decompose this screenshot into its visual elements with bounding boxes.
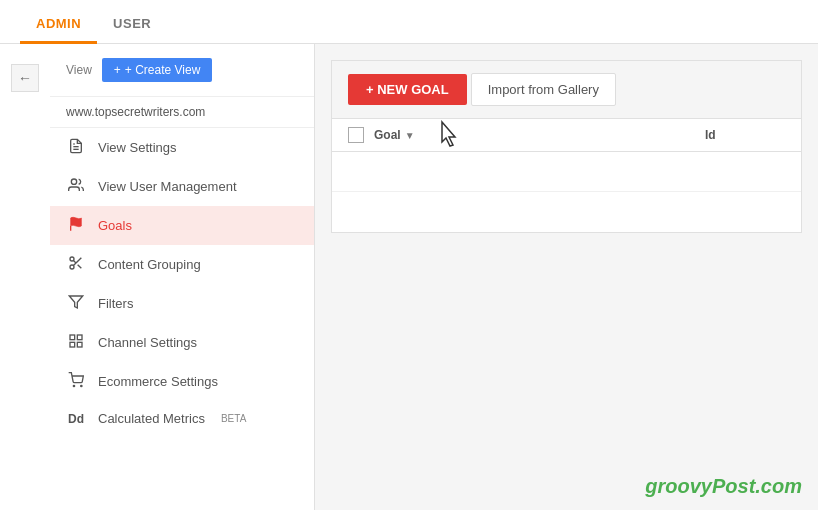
svg-marker-9 — [69, 296, 82, 308]
sidebar-item-filters[interactable]: Filters — [50, 284, 314, 323]
sidebar-item-label: Goals — [98, 218, 132, 233]
scissors-icon — [66, 255, 86, 274]
beta-badge: BETA — [221, 413, 246, 424]
create-view-label: + Create View — [125, 63, 201, 77]
filter-icon — [66, 294, 86, 313]
sidebar-item-view-settings[interactable]: View Settings — [50, 128, 314, 167]
svg-rect-10 — [70, 335, 75, 340]
sidebar-item-label: Filters — [98, 296, 133, 311]
cart-icon — [66, 372, 86, 391]
content-toolbar: + NEW GOAL Import from Gallery — [332, 61, 801, 119]
flag-icon — [66, 216, 86, 235]
sidebar-item-goals[interactable]: Goals — [50, 206, 314, 245]
sidebar-item-calculated-metrics[interactable]: Dd Calculated Metrics BETA — [50, 401, 314, 436]
dd-icon: Dd — [66, 412, 86, 426]
table-empty-row — [332, 152, 801, 192]
sidebar-item-label: View Settings — [98, 140, 177, 155]
back-arrow-icon: ← — [18, 70, 32, 86]
doc-icon — [66, 138, 86, 157]
sidebar-item-label: Ecommerce Settings — [98, 374, 218, 389]
select-all-checkbox[interactable] — [348, 127, 364, 143]
import-gallery-button[interactable]: Import from Gallery — [471, 73, 616, 106]
grid-icon — [66, 333, 86, 352]
sidebar-item-content-grouping[interactable]: Content Grouping — [50, 245, 314, 284]
users-icon — [66, 177, 86, 196]
new-goal-button[interactable]: + NEW GOAL — [348, 74, 467, 105]
svg-line-7 — [78, 265, 82, 269]
site-url: www.topsecretwriters.com — [50, 97, 314, 128]
svg-rect-13 — [77, 342, 82, 347]
svg-point-15 — [81, 385, 82, 386]
sidebar: View + + Create View www.topsecretwriter… — [50, 44, 315, 510]
table-body — [332, 152, 801, 232]
view-label: View — [66, 63, 92, 77]
svg-line-8 — [73, 260, 76, 263]
sidebar-item-label: View User Management — [98, 179, 237, 194]
sidebar-item-label: Channel Settings — [98, 335, 197, 350]
content-panel: + NEW GOAL Import from Gallery Goal ▼ Id — [331, 60, 802, 233]
col-id-header: Id — [705, 128, 785, 142]
sidebar-item-label: Content Grouping — [98, 257, 201, 272]
sidebar-item-channel-settings[interactable]: Channel Settings — [50, 323, 314, 362]
collapse-button[interactable]: ← — [11, 64, 39, 92]
svg-rect-12 — [70, 342, 75, 347]
tab-admin[interactable]: ADMIN — [20, 6, 97, 44]
svg-point-5 — [70, 265, 74, 269]
view-section: View + + Create View — [50, 44, 314, 97]
content-area: + NEW GOAL Import from Gallery Goal ▼ Id — [315, 44, 818, 510]
col-goal-label: Goal — [374, 128, 401, 142]
create-view-button[interactable]: + + Create View — [102, 58, 213, 82]
sort-icon[interactable]: ▼ — [405, 130, 415, 141]
table-header: Goal ▼ Id — [332, 119, 801, 152]
top-nav: ADMIN USER — [0, 0, 818, 44]
collapse-area: ← — [0, 44, 50, 510]
svg-point-2 — [71, 179, 76, 184]
svg-rect-11 — [77, 335, 82, 340]
plus-icon: + — [114, 63, 121, 77]
main-layout: ← View + + Create View www.topsecretwrit… — [0, 44, 818, 510]
svg-point-4 — [70, 257, 74, 261]
col-goal-header: Goal ▼ — [374, 128, 695, 142]
svg-point-14 — [73, 385, 74, 386]
sidebar-item-ecommerce-settings[interactable]: Ecommerce Settings — [50, 362, 314, 401]
sidebar-item-view-user-management[interactable]: View User Management — [50, 167, 314, 206]
tab-user[interactable]: USER — [97, 6, 167, 44]
sidebar-item-label: Calculated Metrics — [98, 411, 205, 426]
